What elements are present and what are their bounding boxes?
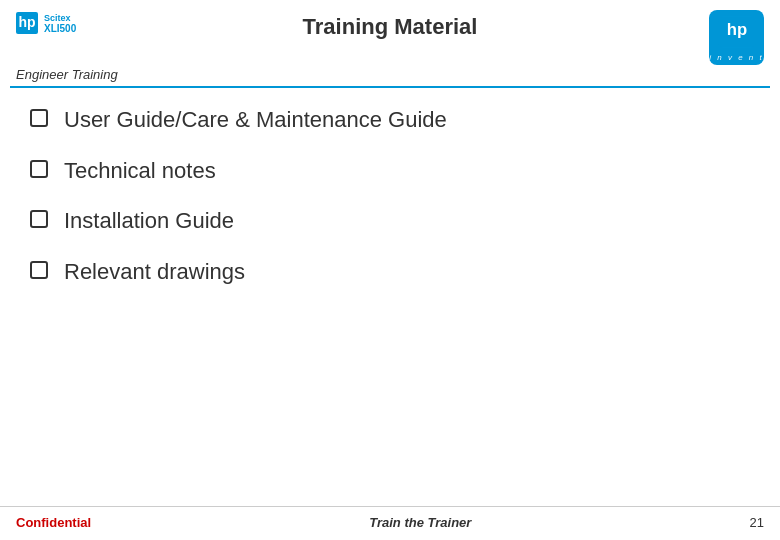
svg-text:hp: hp	[18, 14, 35, 30]
list-label-3: Installation Guide	[64, 207, 234, 236]
list-item: Relevant drawings	[30, 258, 750, 287]
invent-text: i n v e n t	[709, 53, 763, 62]
footer: Confidential Train the Trainer 21	[0, 506, 780, 540]
hp-scitex-logo: hp Scitex XLI500	[16, 10, 106, 38]
subtitle-bar: Engineer Training	[0, 65, 780, 86]
hp-invent-logo: hp i n v e n t	[709, 10, 764, 65]
header: hp Scitex XLI500 Training Material hp i …	[0, 0, 780, 65]
subtitle-text: Engineer Training	[16, 67, 118, 82]
list-item: Installation Guide	[30, 207, 750, 236]
footer-page-number: 21	[750, 515, 764, 530]
list-item: Technical notes	[30, 157, 750, 186]
svg-text:hp: hp	[726, 20, 746, 39]
content-area: User Guide/Care & Maintenance Guide Tech…	[0, 88, 780, 286]
svg-text:XLI500: XLI500	[44, 23, 77, 34]
checkbox-2	[30, 160, 48, 178]
list-label-2: Technical notes	[64, 157, 216, 186]
footer-confidential: Confidential	[16, 515, 91, 530]
list-label-4: Relevant drawings	[64, 258, 245, 287]
checkbox-1	[30, 109, 48, 127]
svg-text:Scitex: Scitex	[44, 13, 71, 23]
logo-area: hp Scitex XLI500	[16, 10, 106, 40]
list-item: User Guide/Care & Maintenance Guide	[30, 106, 750, 135]
footer-center-text: Train the Trainer	[369, 515, 471, 530]
checkbox-4	[30, 261, 48, 279]
page-title: Training Material	[303, 14, 478, 40]
checkbox-3	[30, 210, 48, 228]
list-label-1: User Guide/Care & Maintenance Guide	[64, 106, 447, 135]
